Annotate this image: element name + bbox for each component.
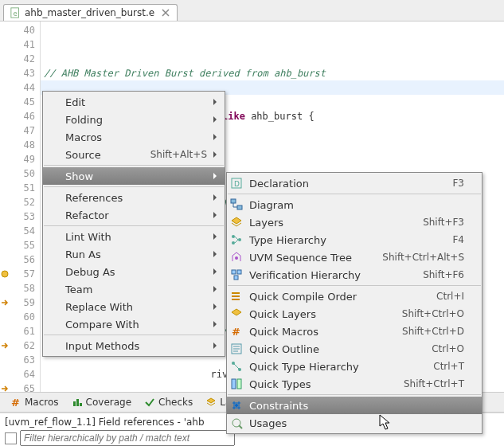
filter-input[interactable]	[20, 430, 235, 446]
menu-item-edit[interactable]: Edit	[43, 93, 225, 111]
layers-icon	[230, 216, 243, 229]
submenu-item-layers[interactable]: LayersShift+F3	[227, 213, 482, 231]
submenu-item-type-hierarchy[interactable]: Type HierarchyF4	[227, 231, 482, 248]
menu-item-source[interactable]: SourceShift+Alt+S	[43, 146, 225, 163]
close-icon[interactable]	[161, 8, 170, 18]
svg-text:D: D	[234, 180, 240, 188]
qtypes-icon	[230, 378, 243, 390]
svg-rect-11	[232, 270, 236, 274]
decl-icon: D	[230, 177, 243, 190]
menu-item-team[interactable]: Team	[43, 280, 225, 298]
submenu-item-diagram[interactable]: Diagram	[227, 196, 482, 213]
svg-rect-22	[237, 379, 241, 389]
svg-text:#: #	[232, 326, 240, 338]
svg-text:#: #	[11, 397, 20, 408]
submenu-item-quick-macros[interactable]: #Quick MacrosShift+Ctrl+D	[227, 323, 482, 340]
submenu-item-quick-type-hierarchy[interactable]: Quick Type HierarchyCtrl+T	[227, 358, 482, 375]
qco-icon	[230, 290, 243, 303]
svg-point-10	[235, 256, 238, 260]
coverage-icon	[72, 397, 83, 408]
submenu-item-quick-outline[interactable]: Quick OutlineCtrl+O	[227, 340, 482, 358]
svg-rect-26	[73, 401, 76, 406]
svg-rect-15	[232, 295, 240, 297]
code-text: // AHB Master Driven Burst derived from …	[44, 68, 326, 79]
tree-icon	[230, 233, 243, 246]
qmacros-icon: #	[230, 325, 243, 338]
menu-item-input-methods[interactable]: Input Methods	[43, 337, 225, 354]
bottom-tab-checks[interactable]: Checks	[139, 394, 198, 410]
editor-tab[interactable]: e ahb_master_driven_burst.e	[3, 4, 178, 21]
svg-rect-13	[234, 276, 238, 280]
constr-icon	[230, 399, 243, 412]
bottom-tab-coverage[interactable]: Coverage	[66, 394, 138, 410]
menu-item-macros[interactable]: Macros	[43, 128, 225, 146]
diagram-icon	[230, 198, 243, 211]
bottom-tab-macros[interactable]: # Macros	[5, 394, 64, 410]
vh-icon	[230, 268, 243, 281]
check-icon	[144, 397, 155, 408]
svg-rect-6	[237, 205, 242, 209]
svg-point-23	[235, 404, 238, 407]
menu-item-run-as[interactable]: Run As	[43, 245, 225, 263]
match-checkbox[interactable]	[5, 432, 17, 444]
svg-rect-28	[80, 403, 82, 406]
show-submenu[interactable]: DDeclarationF3DiagramLayersShift+F3Type …	[226, 172, 483, 434]
svg-point-8	[232, 241, 235, 245]
submenu-item-quick-compile-order[interactable]: Quick Compile OrderCtrl+I	[227, 288, 482, 305]
menu-item-lint-with[interactable]: Lint With	[43, 228, 225, 245]
hash-icon: #	[10, 397, 21, 408]
menu-item-refactor[interactable]: Refactor	[43, 206, 225, 224]
menu-item-debug-as[interactable]: Debug As	[43, 263, 225, 280]
svg-rect-14	[232, 292, 240, 294]
context-menu[interactable]: EditFoldingMacrosSourceShift+Alt+SShowRe…	[42, 91, 225, 357]
submenu-item-declaration[interactable]: DDeclarationF3	[227, 174, 482, 192]
layers-icon	[205, 397, 217, 408]
qth-icon	[230, 360, 243, 373]
svg-rect-5	[231, 199, 236, 203]
svg-rect-21	[232, 379, 236, 389]
svg-rect-16	[232, 299, 240, 300]
submenu-item-constraints[interactable]: Constraints	[227, 397, 482, 414]
svg-point-9	[238, 238, 241, 241]
submenu-item-verification-hierarchy[interactable]: Verification HierarchyShift+F6	[227, 266, 482, 284]
submenu-item-usages[interactable]: Usages	[227, 414, 482, 432]
arrow-marker-icon	[1, 299, 9, 307]
usages-icon	[230, 417, 243, 429]
arrow-marker-icon	[1, 342, 9, 350]
svg-point-2	[2, 271, 8, 277]
marker-ruler-left	[0, 22, 10, 393]
submenu-item-quick-types[interactable]: Quick TypesShift+Ctrl+T	[227, 375, 482, 393]
e-file-icon: e	[10, 7, 21, 18]
uvm-icon	[230, 251, 243, 264]
qoutline-icon	[230, 342, 243, 355]
menu-item-show[interactable]: Show	[43, 167, 225, 185]
qlayers-icon	[230, 307, 243, 320]
menu-item-compare-with[interactable]: Compare With	[43, 315, 225, 333]
svg-point-7	[232, 235, 235, 238]
svg-rect-27	[76, 399, 79, 406]
mouse-cursor-icon	[379, 414, 392, 432]
menu-item-folding[interactable]: Folding	[43, 111, 225, 128]
line-number-gutter: 40414243 44454647 48495051 52535455 5657…	[10, 22, 41, 393]
submenu-item-quick-layers[interactable]: Quick LayersShift+Ctrl+O	[227, 305, 482, 323]
submenu-item-uvm-sequence-tree[interactable]: UVM Sequence TreeShift+Ctrl+Alt+S	[227, 248, 482, 266]
warning-marker-icon	[1, 270, 9, 278]
menu-item-replace-with[interactable]: Replace With	[43, 298, 225, 315]
menu-item-references[interactable]: References	[43, 189, 225, 206]
editor-tab-label: ahb_master_driven_burst.e	[25, 7, 154, 18]
svg-rect-12	[237, 270, 241, 274]
svg-text:e: e	[14, 10, 18, 18]
